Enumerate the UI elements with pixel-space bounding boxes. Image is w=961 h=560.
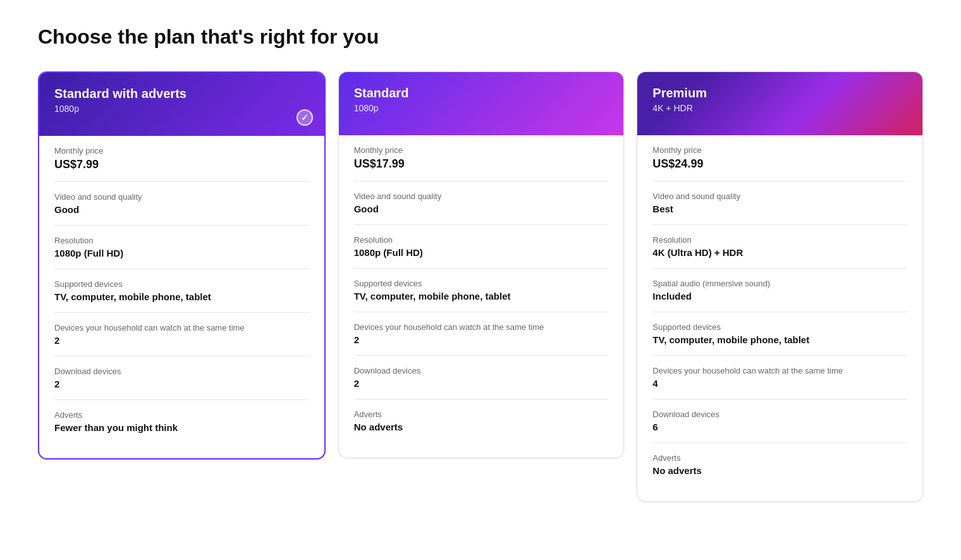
plan-resolution-standard: 1080p — [354, 103, 609, 113]
row-value-standard-adverts-3: TV, computer, mobile phone, tablet — [54, 291, 309, 302]
plan-row-premium-6: Download devices6 — [652, 399, 907, 443]
plan-row-standard-adverts-4: Devices your household can watch at the … — [54, 313, 309, 356]
plan-row-standard-6: AdvertsNo adverts — [354, 399, 609, 442]
plan-row-standard-2: Resolution1080p (Full HD) — [354, 225, 609, 269]
plan-header-standard: Standard1080p — [339, 72, 624, 135]
row-label-premium-3: Spatial audio (immersive sound) — [652, 279, 907, 288]
row-value-premium-7: No adverts — [652, 465, 907, 476]
plan-row-premium-1: Video and sound qualityBest — [652, 181, 907, 225]
row-label-standard-3: Supported devices — [354, 279, 609, 288]
plan-resolution-standard-adverts: 1080p — [54, 104, 309, 114]
row-value-premium-0: US$24.99 — [652, 157, 907, 171]
row-value-standard-adverts-5: 2 — [54, 379, 309, 389]
row-value-standard-4: 2 — [354, 334, 609, 345]
row-value-standard-adverts-6: Fewer than you might think — [54, 422, 309, 433]
row-value-premium-2: 4K (Ultra HD) + HDR — [652, 247, 907, 258]
plan-row-standard-3: Supported devicesTV, computer, mobile ph… — [354, 269, 609, 312]
row-value-standard-2: 1080p (Full HD) — [354, 247, 609, 258]
row-label-standard-6: Adverts — [354, 410, 609, 419]
row-label-premium-1: Video and sound quality — [652, 192, 907, 201]
plan-card-standard[interactable]: Standard1080pMonthly priceUS$17.99Video … — [338, 71, 625, 458]
row-value-standard-adverts-4: 2 — [54, 335, 309, 346]
plan-name-standard-adverts: Standard with adverts — [54, 87, 309, 101]
plan-body-standard: Monthly priceUS$17.99Video and sound qua… — [339, 135, 624, 458]
plan-row-premium-7: AdvertsNo adverts — [652, 443, 907, 486]
row-label-standard-2: Resolution — [354, 235, 609, 245]
row-label-standard-adverts-3: Supported devices — [54, 279, 309, 289]
plans-container: Standard with adverts1080pMonthly priceU… — [38, 71, 923, 502]
plan-name-standard: Standard — [354, 86, 609, 100]
row-label-standard-5: Download devices — [354, 366, 609, 375]
plan-row-standard-adverts-1: Video and sound qualityGood — [54, 182, 309, 226]
selected-check-icon — [297, 109, 313, 126]
row-value-standard-3: TV, computer, mobile phone, tablet — [354, 291, 609, 301]
plan-name-premium: Premium — [652, 86, 907, 100]
row-value-premium-5: 4 — [652, 378, 907, 389]
row-label-standard-0: Monthly price — [354, 145, 609, 155]
page-title: Choose the plan that's right for you — [38, 25, 923, 49]
row-label-premium-7: Adverts — [652, 453, 907, 463]
plan-row-premium-4: Supported devicesTV, computer, mobile ph… — [652, 312, 907, 356]
row-label-standard-adverts-4: Devices your household can watch at the … — [54, 323, 309, 332]
plan-header-premium: Premium4K + HDR — [637, 72, 922, 135]
plan-row-standard-adverts-2: Resolution1080p (Full HD) — [54, 226, 309, 269]
plan-row-standard-4: Devices your household can watch at the … — [354, 312, 609, 356]
row-label-standard-adverts-1: Video and sound quality — [54, 192, 309, 202]
row-value-premium-1: Best — [652, 204, 907, 214]
row-label-premium-0: Monthly price — [652, 145, 907, 155]
row-value-standard-5: 2 — [354, 378, 609, 389]
plan-row-standard-adverts-5: Download devices2 — [54, 356, 309, 400]
row-label-standard-4: Devices your household can watch at the … — [354, 322, 609, 332]
row-label-premium-5: Devices your household can watch at the … — [652, 366, 907, 375]
row-label-standard-adverts-5: Download devices — [54, 367, 309, 376]
plan-body-premium: Monthly priceUS$24.99Video and sound qua… — [637, 135, 922, 501]
plan-row-premium-5: Devices your household can watch at the … — [652, 356, 907, 399]
plan-card-premium[interactable]: Premium4K + HDRMonthly priceUS$24.99Vide… — [637, 71, 923, 502]
plan-row-standard-0: Monthly priceUS$17.99 — [354, 135, 609, 181]
row-value-premium-3: Included — [652, 291, 907, 301]
row-label-premium-2: Resolution — [652, 235, 907, 245]
row-label-standard-adverts-6: Adverts — [54, 410, 309, 420]
plan-row-premium-2: Resolution4K (Ultra HD) + HDR — [652, 225, 907, 269]
plan-row-standard-5: Download devices2 — [354, 356, 609, 399]
row-label-standard-adverts-2: Resolution — [54, 236, 309, 245]
plan-row-premium-3: Spatial audio (immersive sound)Included — [652, 269, 907, 312]
plan-body-standard-adverts: Monthly priceUS$7.99Video and sound qual… — [39, 136, 324, 458]
row-value-standard-0: US$17.99 — [354, 157, 609, 171]
plan-row-standard-adverts-0: Monthly priceUS$7.99 — [54, 136, 309, 182]
plan-row-standard-1: Video and sound qualityGood — [354, 181, 609, 225]
row-value-standard-6: No adverts — [354, 422, 609, 432]
row-value-standard-adverts-2: 1080p (Full HD) — [54, 248, 309, 259]
plan-header-standard-adverts: Standard with adverts1080p — [39, 73, 324, 136]
row-label-premium-4: Supported devices — [652, 322, 907, 332]
row-value-premium-6: 6 — [652, 422, 907, 432]
plan-row-standard-adverts-6: AdvertsFewer than you might think — [54, 400, 309, 443]
plan-row-standard-adverts-3: Supported devicesTV, computer, mobile ph… — [54, 269, 309, 313]
row-label-premium-6: Download devices — [652, 410, 907, 419]
row-label-standard-adverts-0: Monthly price — [54, 146, 309, 155]
row-value-standard-1: Good — [354, 204, 609, 214]
plan-row-premium-0: Monthly priceUS$24.99 — [652, 135, 907, 181]
row-value-premium-4: TV, computer, mobile phone, tablet — [652, 334, 907, 345]
row-value-standard-adverts-1: Good — [54, 204, 309, 215]
row-value-standard-adverts-0: US$7.99 — [54, 158, 309, 171]
plan-resolution-premium: 4K + HDR — [652, 103, 907, 113]
plan-card-standard-adverts[interactable]: Standard with adverts1080pMonthly priceU… — [38, 71, 326, 460]
row-label-standard-1: Video and sound quality — [354, 192, 609, 201]
